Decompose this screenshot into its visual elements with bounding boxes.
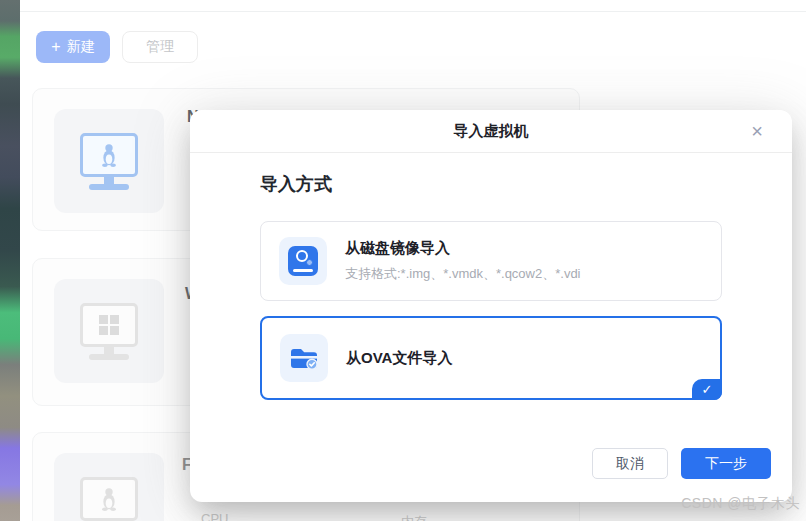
os-tile (54, 109, 164, 213)
linux-monitor-icon (80, 133, 138, 190)
cpu-label: CPU (201, 511, 228, 521)
dialog-title: 导入虚拟机 (454, 122, 529, 141)
option-title: 从OVA文件导入 (346, 349, 452, 368)
window-top-edge (20, 0, 806, 12)
ova-folder-icon (280, 334, 328, 382)
linux-monitor-icon (80, 477, 138, 521)
windows-logo-icon (99, 315, 119, 335)
os-tile (54, 453, 164, 521)
dialog-header: 导入虚拟机 × (190, 110, 792, 153)
close-icon[interactable]: × (746, 120, 768, 142)
option-subtitle: 支持格式:*.img、*.vmdk、*.qcow2、*.vdi (345, 265, 581, 283)
create-vm-label: 新建 (67, 38, 95, 56)
option-title: 从磁盘镜像导入 (345, 239, 581, 258)
manage-button[interactable]: 管理 (122, 31, 198, 63)
option-import-ova-file[interactable]: 从OVA文件导入 ✓ (260, 316, 722, 400)
import-vm-dialog: 导入虚拟机 × 导入方式 从磁盘镜像导入 支持格式:*.img、*.vmdk、*… (190, 110, 792, 502)
plus-icon: + (51, 39, 60, 55)
tux-penguin-icon (96, 484, 122, 514)
tux-penguin-icon (96, 140, 122, 170)
desktop-wallpaper-strip (0, 0, 20, 521)
option-import-disk-image[interactable]: 从磁盘镜像导入 支持格式:*.img、*.vmdk、*.qcow2、*.vdi (260, 221, 722, 301)
create-vm-button[interactable]: + 新建 (36, 31, 110, 63)
windows-monitor-icon (80, 303, 138, 360)
selected-check-icon: ✓ (692, 379, 722, 400)
import-method-heading: 导入方式 (260, 172, 332, 196)
disk-image-icon (279, 237, 327, 285)
csdn-watermark: CSDN @电子木头 (681, 495, 800, 513)
cancel-button[interactable]: 取消 (592, 448, 668, 479)
next-step-button[interactable]: 下一步 (681, 448, 771, 479)
memory-label: 内存 (401, 513, 427, 521)
os-tile (54, 279, 164, 383)
